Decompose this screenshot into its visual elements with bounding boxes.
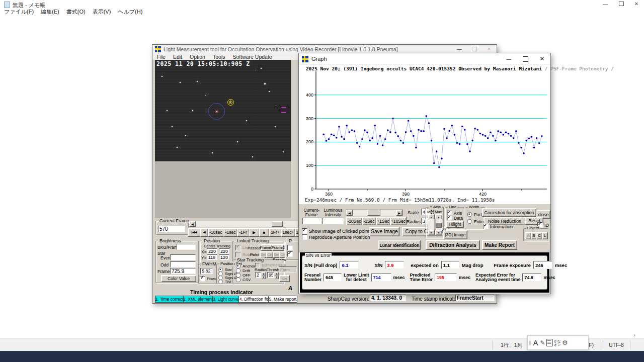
fwhm-input[interactable]: [200, 268, 213, 274]
graph-scrollbar-left-arrow[interactable]: ◀: [346, 210, 353, 216]
notepad-menu-file[interactable]: ファイル(F): [4, 8, 34, 16]
frame-scrollbar-thumb[interactable]: [272, 221, 283, 227]
minus-1sec-button[interactable]: -1sec: [223, 228, 237, 237]
point-clr1-button[interactable]: Clr: [266, 251, 273, 258]
graph-scrollbar-thumb[interactable]: [367, 210, 380, 216]
limovie-menu-edit[interactable]: Edit: [173, 54, 182, 60]
minus-1sec-graph-button[interactable]: -1Sec: [362, 217, 376, 225]
minus-10sec-graph-button[interactable]: -10Sec: [346, 217, 362, 225]
graph-maximize-button[interactable]: [517, 53, 534, 64]
predicted-value[interactable]: 195: [435, 274, 457, 282]
statusbar-overflow-chevron[interactable]: ›: [633, 332, 635, 338]
partial-checkbox-2[interactable]: [287, 251, 293, 257]
reproduce-aperture-checkbox[interactable]: Reproduce Aperture Position: [302, 234, 370, 240]
fresnel-value[interactable]: 645: [324, 274, 342, 282]
plus-1sec-button[interactable]: 1sec+: [281, 228, 295, 237]
hilight-button[interactable]: Hilight: [446, 221, 464, 228]
sn-value[interactable]: 3.9: [385, 261, 404, 269]
graph-titlebar[interactable]: Graph — ✕: [299, 53, 550, 65]
graph-scrollbar-right-arrow[interactable]: ▶: [396, 210, 403, 216]
limovie-menu-file[interactable]: File: [157, 54, 166, 60]
ime-kana-toggle[interactable]: かなオン: [554, 339, 561, 346]
x-center-input[interactable]: [207, 248, 217, 254]
diffraction-analysis-button[interactable]: Diffraction Analysis: [426, 240, 480, 250]
current-frame-input[interactable]: [158, 226, 185, 232]
fwhm-fixed-checkbox[interactable]: Fixed: [200, 276, 217, 282]
limovie-close-button[interactable]: ✕: [482, 45, 496, 53]
light-curve-svg[interactable]: 0100200300400360390420: [301, 70, 548, 197]
limovie-minimize-button[interactable]: —: [452, 45, 466, 53]
object-l-button[interactable]: L: [542, 232, 548, 239]
position-set-tivi-radio[interactable]: TiVi: [218, 279, 231, 285]
passed-frame-input[interactable]: [279, 266, 297, 273]
graph-luminous-intensity-input[interactable]: [323, 218, 344, 224]
information-checkbox[interactable]: Information: [483, 224, 513, 229]
limovie-maximize-button[interactable]: [467, 45, 481, 53]
frame2-button[interactable]: Frame2: [272, 244, 284, 251]
y-min-down-button[interactable]: ▼: [428, 230, 435, 235]
y-min-track[interactable]: [428, 219, 435, 231]
passed-set-button[interactable]: Set: [279, 275, 290, 282]
notepad-menu-help[interactable]: ヘルプ(H): [118, 8, 142, 16]
bkg-frame-input[interactable]: [177, 244, 196, 250]
play-button[interactable]: ▶: [249, 228, 260, 237]
expected-value[interactable]: 1.1: [441, 261, 459, 269]
stop-button[interactable]: ■: [259, 228, 269, 237]
correction-absorption-button[interactable]: Correction for absorption: [482, 208, 536, 217]
tab-time-correct[interactable]: 1. Time correct: [155, 296, 184, 303]
notepad-minimize-button[interactable]: —: [598, 0, 613, 8]
frame-brightness-input[interactable]: [170, 268, 196, 274]
tracking-threshold-spinner[interactable]: ▲▼: [275, 272, 279, 279]
tracking-radius-spinner[interactable]: ▲▼: [262, 272, 266, 279]
ime-drag-handle[interactable]: ‖: [529, 340, 531, 346]
notepad-titlebar[interactable]: 無題 - メモ帳 — ✕: [0, 0, 644, 8]
graph-scrollbar[interactable]: ◀ ▶: [346, 209, 403, 216]
limovie-menu-option[interactable]: Option: [190, 54, 205, 60]
y-max-down-button[interactable]: ▼: [435, 230, 442, 235]
timestamp-indicates-input[interactable]: [455, 295, 495, 301]
notepad-menu-view[interactable]: 表示(V): [93, 8, 111, 16]
lower-limit-value[interactable]: 714: [371, 274, 391, 282]
ime-settings-gear-icon[interactable]: ⚙: [562, 339, 568, 346]
plus-1sec-graph-button[interactable]: +1Sec: [376, 217, 390, 225]
line-data-checkbox[interactable]: Data: [447, 215, 463, 221]
show-image-checkbox[interactable]: Show Image of Clicked point: [302, 228, 369, 234]
width-entire-radio[interactable]: Entire: [467, 219, 485, 224]
notepad-close-button[interactable]: ✕: [629, 0, 644, 8]
notepad-menu-format[interactable]: 書式(O): [66, 8, 86, 16]
odd-input[interactable]: [170, 261, 196, 267]
limovie-titlebar[interactable]: Light Measurement tool for Occultation O…: [152, 45, 497, 53]
y-max-track[interactable]: [435, 219, 442, 231]
y-tracking-input[interactable]: [219, 254, 229, 260]
tab-xml-element[interactable]: 2. XML element: [183, 296, 213, 303]
minus-10sec-button[interactable]: -10sec: [208, 228, 224, 237]
minus-1frame-button[interactable]: -1Fr: [237, 228, 249, 237]
graph-current-frame-input[interactable]: [302, 218, 321, 224]
partial-checkbox-1[interactable]: [287, 245, 293, 250]
ime-mode-icon[interactable]: A: [532, 338, 539, 347]
tracking-threshold-input[interactable]: [267, 272, 274, 278]
make-report-button[interactable]: Make Report: [482, 240, 517, 250]
frame-exposure-value[interactable]: 246: [533, 261, 552, 269]
lunar-identification-button[interactable]: Lunar Identification: [378, 240, 421, 250]
color-value-button[interactable]: Color Value: [161, 275, 196, 282]
limovie-menu-tools[interactable]: Tools: [213, 54, 225, 60]
tracking-radius-input[interactable]: [255, 272, 261, 278]
tab-diffraction-fit[interactable]: 4. Diffraction fit: [238, 296, 269, 303]
y-center-input[interactable]: [207, 254, 217, 260]
tab-make-report[interactable]: 5. Make report: [268, 296, 297, 303]
width-part-radio[interactable]: Part: [467, 212, 482, 217]
x-tracking-input[interactable]: [219, 248, 229, 254]
y-max-thumb[interactable]: [436, 223, 442, 228]
step-back-button[interactable]: ◀: [200, 228, 208, 237]
3d-image-button[interactable]: [3D] Image: [443, 230, 467, 239]
graph-close-button[interactable]: ✕: [534, 53, 550, 64]
save-image-button[interactable]: Save Image: [369, 227, 399, 236]
video-frame[interactable]: 2025 11 20 15:05:10:905 Z: [155, 60, 291, 161]
plus-10sec-graph-button[interactable]: +10Sec: [390, 217, 407, 225]
sn-full-value[interactable]: 6.1: [340, 261, 359, 269]
expected-error-value[interactable]: 74.6: [522, 274, 541, 282]
go-start-button[interactable]: |◀◀: [188, 228, 201, 237]
notepad-menu-edit[interactable]: 編集(E): [41, 8, 59, 16]
ime-pen-icon[interactable]: ✎: [540, 339, 545, 346]
